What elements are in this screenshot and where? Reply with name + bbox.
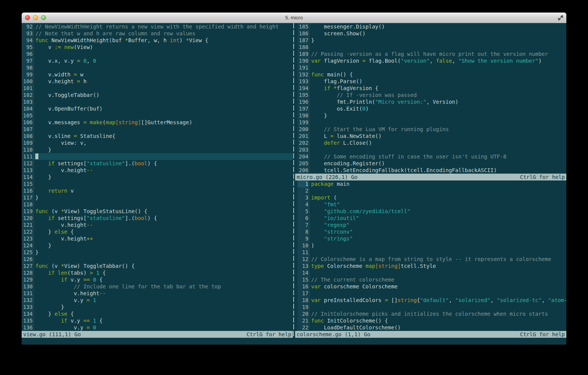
code-line[interactable]: 199: [297, 119, 566, 126]
code-line[interactable]: 190var flagVersion = flag.Bool("version"…: [297, 57, 566, 64]
code-text: [33, 112, 293, 119]
code-line[interactable]: 193 flag.Parse(): [297, 78, 566, 85]
code-line[interactable]: 1package main: [297, 180, 566, 187]
code-line[interactable]: 125}: [22, 249, 293, 256]
code-line[interactable]: 8 "strconv": [297, 228, 566, 235]
code-line[interactable]: 110 }: [22, 146, 293, 153]
line-number: 17: [297, 290, 308, 297]
code-line[interactable]: 105: [22, 112, 293, 119]
code-line[interactable]: 191: [297, 64, 566, 71]
code-line[interactable]: 112 if settings["statusline"].(bool) {: [22, 160, 293, 167]
code-line[interactable]: 97 v.x, v.y = 0, 0: [22, 57, 293, 64]
code-line[interactable]: 107: [22, 126, 293, 133]
code-line[interactable]: 126: [22, 256, 293, 263]
code-line[interactable]: 104 v.OpenBuffer(buf): [22, 105, 293, 112]
code-line[interactable]: 117}: [22, 194, 293, 201]
code-line[interactable]: 116 return v: [22, 187, 293, 194]
code-text: ): [308, 242, 566, 249]
code-line[interactable]: 12// Colorscheme is a map from string to…: [297, 256, 566, 263]
code-line[interactable]: 118: [22, 201, 293, 208]
code-line[interactable]: 185 messenger.Display(): [297, 23, 566, 30]
code-line[interactable]: 136 v.y = 0: [22, 324, 293, 331]
code-line[interactable]: 11: [297, 249, 566, 256]
code-line[interactable]: 131 v.height--: [22, 290, 293, 297]
code-line[interactable]: 115: [22, 180, 293, 187]
code-line[interactable]: 186 screen.Show(): [297, 30, 566, 37]
code-line[interactable]: 10): [297, 242, 566, 249]
code-line[interactable]: 5 "github.com/zyedidia/tcell": [297, 208, 566, 215]
code-line[interactable]: 13type Colorscheme map[string]tcell.Styl…: [297, 263, 566, 269]
code-line[interactable]: 113 v.height--: [22, 167, 293, 174]
code-line[interactable]: 22 LoadDefaultColorscheme(): [297, 324, 566, 331]
code-line[interactable]: 111: [22, 153, 293, 160]
titlebar[interactable]: 5. micro: [22, 13, 566, 23]
code-line[interactable]: 129 if v.y == 0 {: [22, 276, 293, 283]
code-line[interactable]: 94func NewViewWidthHeight(buf *Buffer, w…: [22, 37, 293, 44]
editor-pane-micro-go[interactable]: 185 messenger.Display()186 screen.Show()…: [297, 23, 566, 174]
code-line[interactable]: 188: [297, 44, 566, 51]
code-line[interactable]: 92// NewViewWidthHeight returns a new vi…: [22, 23, 293, 30]
code-line[interactable]: 201 L = lua.NewState(): [297, 133, 566, 139]
code-line[interactable]: 102 v.ToggleTabbar(): [22, 92, 293, 98]
code-line[interactable]: 122 } else {: [22, 228, 293, 235]
code-line[interactable]: 103: [22, 98, 293, 105]
code-line[interactable]: 195 // If -version was passed: [297, 92, 566, 98]
code-line[interactable]: 121 v.height--: [22, 222, 293, 228]
code-line[interactable]: 128 if len(tabs) > 1 {: [22, 269, 293, 276]
editor-pane-colorscheme-go[interactable]: 1package main23import (4 "fmt"5 "github.…: [297, 180, 566, 331]
code-line[interactable]: 127func (v *View) ToggleTabbar() {: [22, 263, 293, 269]
code-line[interactable]: 124 }: [22, 242, 293, 249]
code-line[interactable]: 114 }: [22, 174, 293, 180]
code-line[interactable]: 198 }: [297, 112, 566, 119]
code-line[interactable]: 4 "fmt": [297, 201, 566, 208]
code-line[interactable]: 108 v.sline = Statusline{: [22, 133, 293, 139]
code-line[interactable]: 203: [297, 146, 566, 153]
resize-arrows-icon[interactable]: [557, 14, 564, 21]
code-line[interactable]: 134 } else {: [22, 310, 293, 317]
code-line[interactable]: 123 v.height++: [22, 235, 293, 242]
code-line[interactable]: 20// InitColorscheme picks and initializ…: [297, 310, 566, 317]
code-line[interactable]: 95 v := new(View): [22, 44, 293, 51]
code-line[interactable]: 7 "regexp": [297, 222, 566, 228]
code-line[interactable]: 100 v.height = h: [22, 78, 293, 85]
code-line[interactable]: 3import (: [297, 194, 566, 201]
code-line[interactable]: 2: [297, 187, 566, 194]
code-line[interactable]: 119func (v *View) ToggleStatusLine() {: [22, 208, 293, 215]
code-line[interactable]: 197 os.Exit(0): [297, 105, 566, 112]
code-line[interactable]: 98: [22, 64, 293, 71]
code-line[interactable]: 17: [297, 290, 566, 297]
code-line[interactable]: 196 fmt.Println("Micro version:", Versio…: [297, 98, 566, 105]
code-line[interactable]: 16var colorscheme Colorscheme: [297, 283, 566, 290]
code-line[interactable]: 21func InitColorscheme() {: [297, 317, 566, 324]
code-line[interactable]: 200 // Start the Lua VM for running plug…: [297, 126, 566, 133]
code-line[interactable]: 133 }: [22, 304, 293, 310]
code-line[interactable]: 206 tcell.SetEncodingFallback(tcell.Enco…: [297, 167, 566, 174]
command-message-line[interactable]: [22, 338, 566, 345]
code-line[interactable]: 6 "io/ioutil": [297, 215, 566, 222]
code-line[interactable]: 96: [22, 51, 293, 57]
vertical-split-divider[interactable]: [293, 23, 294, 338]
code-line[interactable]: 109 view: v,: [22, 139, 293, 146]
code-line[interactable]: 187}: [297, 37, 566, 44]
code-line[interactable]: 202 defer L.Close(): [297, 139, 566, 146]
code-line[interactable]: 204 // Some encoding stuff in case the u…: [297, 153, 566, 160]
line-number: 194: [297, 85, 308, 92]
code-line[interactable]: 205 encoding.Register(): [297, 160, 566, 167]
code-line[interactable]: 99 v.width = w: [22, 71, 293, 78]
code-line[interactable]: 14: [297, 269, 566, 276]
editor-pane-view-go[interactable]: 92// NewViewWidthHeight returns a new vi…: [22, 23, 293, 331]
code-line[interactable]: 135 if v.y == 1 {: [22, 317, 293, 324]
code-line[interactable]: 189// Passing -version as a flag will ha…: [297, 51, 566, 57]
code-line[interactable]: 130 // Include one line for the tab bar …: [22, 283, 293, 290]
code-line[interactable]: 192func main() {: [297, 71, 566, 78]
code-line[interactable]: 120 if settings["statusline"].(bool) {: [22, 215, 293, 222]
code-line[interactable]: 15// The current colorscheme: [297, 276, 566, 283]
code-line[interactable]: 101: [22, 85, 293, 92]
code-line[interactable]: 106 v.messages = make(map[string][]Gutte…: [22, 119, 293, 126]
code-line[interactable]: 9 "strings": [297, 235, 566, 242]
code-line[interactable]: 194 if *flagVersion {: [297, 85, 566, 92]
code-line[interactable]: 93// Note that w and h are raw column an…: [22, 30, 293, 37]
code-line[interactable]: 19: [297, 304, 566, 310]
code-line[interactable]: 132 v.y = 1: [22, 297, 293, 304]
code-line[interactable]: 18var preInstalledColors = []string{"def…: [297, 297, 566, 304]
